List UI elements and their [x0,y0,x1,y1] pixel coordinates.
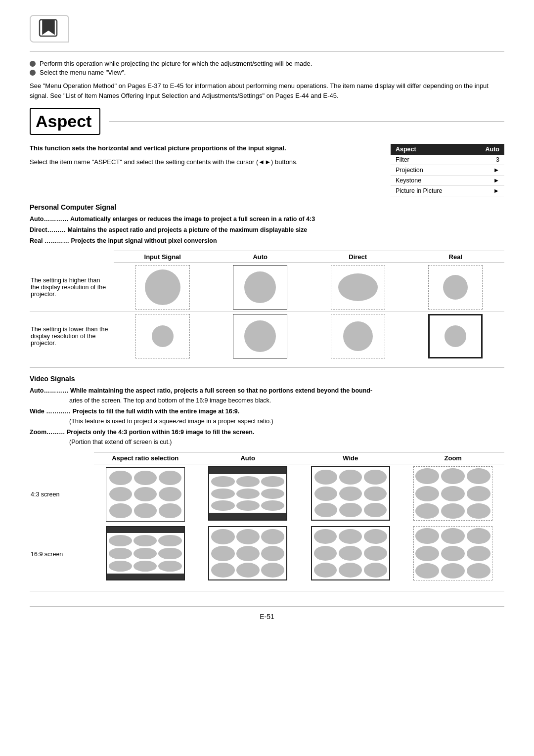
video-mode-wide: Wide ………… Projects to fill the full widt… [30,406,504,426]
video-circle [415,528,439,543]
video-diagram-row-43: 4:3 screen [30,464,504,525]
menu-label-projection: Projection [391,165,471,176]
pc-diagram-row-low: The setting is lower than the display re… [30,312,504,361]
video-diagram-col-wide: Wide [299,452,402,464]
video-circle [339,487,362,501]
video-circle [134,487,157,501]
logo-box [30,15,69,43]
video-circle [441,503,465,519]
video-mode-zoom: Zoom……… Projects only the 4:3 portion wi… [30,427,504,447]
video-zoom-desc: Projects only the 4:3 portion within 16:… [67,429,254,436]
menu-label-pip: Picture in Picture [391,186,471,196]
video-169-zoom-box [413,526,492,580]
video-169-zoom-cell [402,524,505,584]
video-circle [236,563,260,578]
video-circle [441,528,465,543]
video-diagram-row-169: 16:9 screen [30,524,504,584]
pc-low-input-container [138,316,187,356]
video-row-43-label: 4:3 screen [30,464,94,525]
video-circle [314,503,337,517]
video-circle [415,563,439,578]
video-circle [314,470,337,484]
video-circle [467,528,490,543]
video-circle [339,546,362,561]
video-circle [236,500,260,511]
page-footer: E-51 [30,606,504,621]
video-circle [261,500,284,511]
pc-high-real-container [431,267,480,307]
pc-low-real-container [432,317,479,355]
video-circle [236,529,260,544]
video-169-zoom-grid [415,528,490,578]
bullet-dot-2 [30,70,36,76]
video-circle [109,535,132,546]
pc-high-auto-container [235,267,285,307]
black-bar-bottom [107,574,184,579]
video-circle [261,546,284,561]
video-circle [134,535,157,546]
video-signals-section: Video Signals Auto………… While maintaining… [30,375,504,447]
pc-diagram-row-high: The setting is higher than the display r… [30,263,504,312]
pc-diagram-col-direct: Direct [309,251,407,263]
video-circle [109,503,132,518]
pc-diagram-table: Input Signal Auto Direct Real The settin… [30,251,504,360]
pc-direct-name: Direct……… [30,226,66,233]
video-circle [364,487,387,501]
video-circle [159,487,181,501]
bullet-item-2: Select the menu name "View". [30,69,504,76]
menu-row-keystone: Keystone ► [391,176,504,186]
video-zoom-note: (Portion that extend off screen is cut.) [69,439,172,445]
pc-low-auto-circle [244,320,276,352]
video-43-auto-grid [209,474,286,513]
video-circle [109,487,132,501]
video-43-zoom-grid [415,468,490,519]
video-circle [467,468,490,484]
bookmark-icon [39,19,60,38]
pc-diagram-col-real: Real [407,251,505,263]
video-circle [211,546,234,561]
pc-low-auto-box [233,314,287,358]
pc-low-auto-container [235,316,285,356]
video-circle [261,529,284,544]
pc-real-name: Real ………… [30,237,69,244]
video-43-selection-box [106,467,185,522]
pc-low-real-box [428,314,483,358]
video-circle [364,529,387,544]
pc-auto-desc: Automatically enlarges or reduces the im… [70,216,315,222]
video-wide-desc: Projects to fill the full width with the… [73,408,240,415]
video-circle [134,548,157,559]
bullet-text-2: Select the menu name "View". [40,69,126,76]
video-circle [314,487,337,501]
video-169-wide-cell [299,524,402,584]
menu-label-filter: Filter [391,155,471,165]
video-circle [467,503,490,519]
bullet-dot-1 [30,61,36,67]
video-circle [109,548,132,559]
video-circle [236,489,260,499]
header-logo-area [30,15,504,43]
video-circle [109,561,132,572]
select-description: Select the item name "ASPECT" and select… [30,157,381,167]
video-circle [211,476,234,487]
pc-diagram-col-input: Input Signal [114,251,212,263]
video-diagram-col-zoom: Zoom [402,452,505,464]
header-rule [30,51,504,52]
pc-high-input-circle [145,269,180,305]
video-circle [134,503,157,518]
bullet-item-1: Perform this operation while projecting … [30,60,504,67]
video-43-selection-cell [94,464,197,525]
bullet-section: Perform this operation while projecting … [30,60,504,76]
video-circle [261,489,284,499]
pc-high-auto-circle [244,271,276,303]
intro-text: See "Menu Operation Method" on Pages E-3… [30,81,504,101]
video-43-auto-cell [197,464,300,525]
video-circle [441,486,465,501]
video-auto-desc: While maintaining the aspect ratio, proj… [70,387,372,394]
video-circle [415,546,439,561]
video-circle [109,471,132,485]
pc-auto-name: Auto………… [30,216,68,222]
video-circle [415,486,439,501]
video-169-auto-cell [197,524,300,584]
video-169-selection-grid [107,533,184,574]
video-zoom-name: Zoom……… [30,429,65,436]
